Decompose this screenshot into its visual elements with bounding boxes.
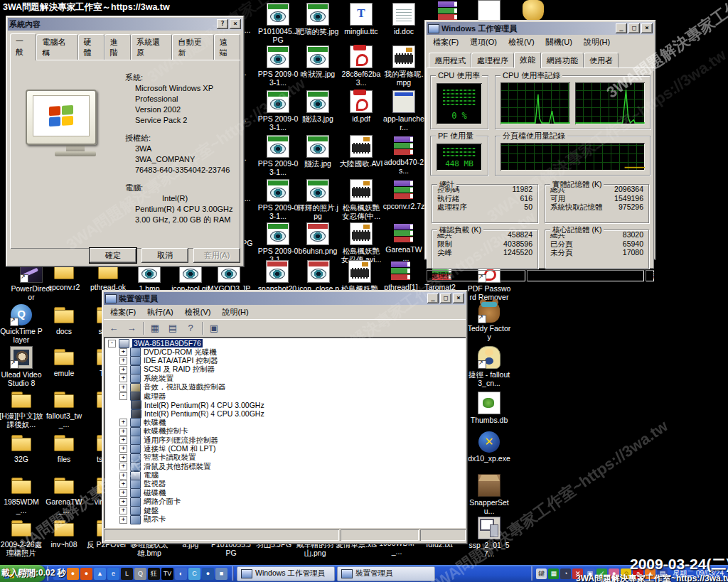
- desktop-icon[interactable]: fallout3_tw_...: [41, 389, 87, 429]
- expand-toggle[interactable]: +: [119, 374, 127, 382]
- tab-4[interactable]: 進階: [105, 34, 131, 60]
- expand-toggle[interactable]: +: [119, 480, 127, 488]
- maximize-button[interactable]: □: [440, 293, 451, 303]
- desktop-icon[interactable]: SnapperSetu...: [466, 474, 512, 515]
- expand-toggle[interactable]: +: [119, 463, 127, 470]
- scan-icon[interactable]: ▣: [206, 321, 222, 335]
- desktop-icon[interactable]: PPS 2009-03-1...: [255, 45, 301, 87]
- desktop-icon[interactable]: Thumbs.db: [466, 392, 512, 424]
- help-icon[interactable]: ?: [183, 321, 198, 335]
- tree-item[interactable]: Intel(R) Pentium(R) 4 CPU 3.00GHz: [105, 401, 464, 409]
- desktop-icon[interactable]: id.pdf: [338, 90, 384, 123]
- expand-toggle[interactable]: +: [119, 516, 127, 524]
- ie-icon[interactable]: e: [107, 568, 119, 580]
- tree-item[interactable]: +滑鼠及其他指標裝置: [105, 462, 464, 470]
- titlebar[interactable]: 系統內容 ?×: [8, 18, 242, 31]
- close-button[interactable]: ×: [453, 293, 464, 303]
- desktop-icon[interactable]: Teddy Factory: [466, 301, 512, 341]
- expand-toggle[interactable]: +: [119, 428, 127, 436]
- avast-icon[interactable]: a: [633, 568, 643, 579]
- desktop-icon[interactable]: cpconv.r2.7z: [381, 179, 427, 210]
- tree-item[interactable]: +磁碟機: [105, 489, 464, 497]
- tree-item[interactable]: +音效，視訊及遊戲控制器: [105, 383, 464, 392]
- tree-item[interactable]: +顯示卡: [105, 515, 464, 524]
- minimize-button[interactable]: _: [616, 23, 627, 33]
- tree-item[interactable]: +連接埠 (COM 和 LPT): [105, 445, 464, 453]
- ball-icon[interactable]: ●: [202, 568, 214, 580]
- tree-item[interactable]: +通用序列匯流排控制器: [105, 436, 464, 444]
- input-indicator[interactable]: 鍵: [536, 568, 547, 579]
- desktop-icon[interactable]: dx10_xp.exe: [466, 431, 512, 463]
- desktop-icon[interactable]: 松島楓妖艷女忍傳(中...: [338, 179, 384, 220]
- expand-toggle[interactable]: +: [119, 454, 127, 462]
- desktop-icon[interactable]: PPS 2009-03-1...: [255, 135, 301, 176]
- tab-2[interactable]: 電腦名稱: [36, 34, 77, 60]
- tree-item[interactable]: +DVD/CD-ROM 光碟機: [105, 347, 464, 356]
- l1-icon[interactable]: L: [121, 568, 133, 580]
- help-button[interactable]: ?: [217, 19, 228, 29]
- desktop-icon[interactable]: app-launcher...: [381, 90, 427, 131]
- media-agent-icon[interactable]: ●: [80, 568, 92, 580]
- menu-item[interactable]: 關機(U): [541, 36, 577, 48]
- menu-item[interactable]: 檢視(V): [180, 306, 216, 318]
- desktop-icon[interactable]: inv~h08: [41, 517, 87, 549]
- expand-toggle[interactable]: +: [119, 498, 127, 506]
- tv-icon[interactable]: TV: [161, 568, 173, 580]
- tab-5[interactable]: 使用者: [584, 53, 619, 68]
- expand-toggle[interactable]: +: [119, 357, 127, 365]
- desktop-icon[interactable]: QuickTime Player: [0, 304, 44, 344]
- desktop-icon[interactable]: docs: [41, 304, 87, 335]
- menu-item[interactable]: 檔案(F): [105, 306, 141, 318]
- ok-button[interactable]: 確定: [90, 248, 136, 263]
- tree-item[interactable]: +SCSI 及 RAID 控制器: [105, 365, 464, 374]
- tree-item[interactable]: +智慧卡讀取裝置: [105, 453, 464, 462]
- tree-item[interactable]: -處理器: [105, 392, 464, 400]
- expand-toggle[interactable]: +: [119, 472, 127, 480]
- desktop-icon[interactable]: PPS 2009-03-1...: [255, 90, 301, 131]
- taskbar-task-button[interactable]: 裝置管理員: [337, 566, 435, 581]
- menu-item[interactable]: 檢視(V): [503, 36, 540, 48]
- tab-6[interactable]: 自動更新: [172, 34, 213, 60]
- minimize-button[interactable]: _: [427, 293, 439, 303]
- desktop-icon[interactable]: ssp_2_01_57...: [466, 517, 512, 558]
- start-button[interactable]: 開始: [0, 565, 46, 582]
- desktop-icon[interactable]: GarenaTW_...: [381, 222, 427, 262]
- tree-item[interactable]: +軟碟機控制卡: [105, 427, 464, 436]
- menu-item[interactable]: 說明(H): [217, 306, 253, 318]
- tab-4[interactable]: 網路功能: [541, 53, 584, 68]
- shield-icon[interactable]: ◆: [53, 568, 65, 580]
- desktop-icon[interactable]: 肥瑞的笑.jpg: [295, 3, 341, 36]
- tree-item[interactable]: +軟碟機: [105, 419, 464, 427]
- tree-item[interactable]: +鍵盤: [105, 506, 464, 514]
- titlebar[interactable]: Windows 工作管理員 _□×: [427, 22, 654, 35]
- tab-3[interactable]: 硬體: [78, 34, 105, 60]
- desktop-icon[interactable]: 賤法.jpg: [295, 135, 341, 168]
- expand-toggle[interactable]: -: [108, 340, 116, 347]
- expand-toggle[interactable]: +: [119, 445, 127, 453]
- desktop-icon[interactable]: 啥狀況.jpg: [295, 45, 341, 78]
- scheduler-icon[interactable]: ◔: [560, 568, 571, 579]
- tree-item[interactable]: +監視器: [105, 480, 464, 488]
- volume-muted-icon[interactable]: ✕: [572, 568, 583, 579]
- tab-1[interactable]: 一般: [10, 33, 36, 60]
- desktop-icon[interactable]: 我的署條呢.mpg: [381, 45, 427, 87]
- tree-item[interactable]: Intel(R) Pentium(R) 4 CPU 3.00GHz: [105, 409, 464, 418]
- menu-item[interactable]: 說明(H): [579, 36, 615, 48]
- back-icon[interactable]: ←: [106, 321, 122, 335]
- tab-5[interactable]: 系統還原: [131, 34, 172, 60]
- desktop-icon[interactable]: 1985WDM_...: [0, 475, 44, 514]
- antivirus-icon[interactable]: ✓: [596, 568, 607, 579]
- firefox-icon[interactable]: ●: [67, 568, 79, 580]
- menu-item[interactable]: 檔案(F): [428, 36, 464, 48]
- tree-item[interactable]: +電腦: [105, 471, 464, 480]
- desktop-icon[interactable]: 32G: [0, 432, 44, 463]
- expand-toggle[interactable]: +: [119, 384, 127, 392]
- desktop-icon[interactable]: 2009-2-26處理檔照片: [0, 517, 44, 557]
- expand-toggle[interactable]: +: [119, 507, 127, 514]
- expand-toggle[interactable]: +: [119, 436, 127, 444]
- desktop-icon[interactable]: 松島楓妖艷女忍傳.avi...: [338, 222, 384, 264]
- print-icon[interactable]: ▤: [165, 321, 181, 335]
- close-button[interactable]: ×: [230, 19, 241, 29]
- desktop-icon[interactable]: Ulead VideoStudio 8: [0, 346, 44, 387]
- green-grid-icon[interactable]: ▦: [548, 568, 559, 579]
